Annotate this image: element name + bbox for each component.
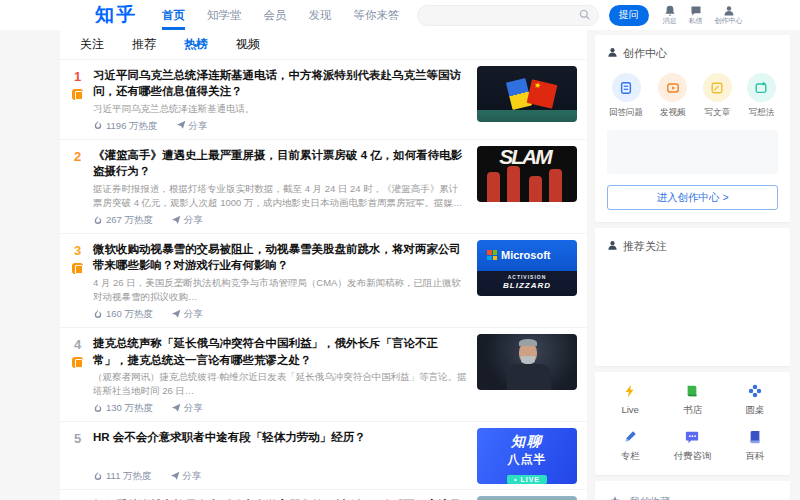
private-message-menu-item[interactable]: 私信 <box>689 5 703 25</box>
quick-link-paid-consult[interactable]: 付费咨询 <box>661 430 723 463</box>
search-icon[interactable] <box>579 6 590 24</box>
ask-question-button[interactable]: 提问 <box>609 5 649 26</box>
tab-hotlist[interactable]: 热榜 <box>170 36 222 53</box>
share-label: 分享 <box>189 120 208 133</box>
item-stats: 1196 万热度 分享 <box>93 116 467 133</box>
search-input[interactable] <box>426 10 579 21</box>
post-video-action[interactable]: 发视频 <box>658 73 687 119</box>
person-icon <box>723 5 735 17</box>
live-title-line1: 知聊 <box>477 433 577 451</box>
quick-links-grid: Live 书店 圆桌 <box>599 384 786 463</box>
item-thumbnail-mountains[interactable] <box>477 496 577 500</box>
item-body: 微软收购动视暴雪的交易被阻止，动视暴雪美股盘前跳水，将对两家公司带来哪些影响？对… <box>91 240 477 322</box>
item-body: 《灌篮高手》遭遇史上最严重屏摄，目前累计票房破 4 亿，如何看待电影盗摄行为？ … <box>91 146 477 228</box>
person-plus-icon <box>607 240 618 253</box>
nav-item-zhixuetang[interactable]: 知学堂 <box>196 0 253 30</box>
share-action[interactable]: 分享 <box>170 470 202 483</box>
share-action[interactable]: 分享 <box>171 308 203 321</box>
share-action[interactable]: 分享 <box>171 402 203 415</box>
hot-list-item[interactable]: 1 习近平同乌克兰总统泽连斯基通电话，中方将派特别代表赴乌克兰等国访问，还有哪些… <box>60 60 587 140</box>
quick-link-encyclopedia[interactable]: 百科 <box>724 430 786 463</box>
share-icon <box>171 403 181 415</box>
tab-following[interactable]: 关注 <box>66 36 118 53</box>
creator-center-menu-item[interactable]: 创作中心 <box>715 5 743 25</box>
action-label: 写文章 <box>704 107 730 119</box>
player-silhouette <box>507 166 520 202</box>
action-label: 发视频 <box>660 107 686 119</box>
item-thumbnail-slamdunk[interactable]: SLAM <box>477 146 577 202</box>
heat-flame-icon <box>93 403 103 415</box>
nav-item-discover[interactable]: 发现 <box>298 0 343 30</box>
item-stats: 160 万热度 分享 <box>93 304 467 321</box>
item-body: 如何看待淄博文旅局发布《致广大游客朋友的一封信》，称「五一客流量已超出接待能力，… <box>91 496 477 500</box>
recommend-follow-header: 推荐关注 <box>607 239 778 254</box>
chat-square-icon <box>685 430 699 446</box>
lightning-icon <box>623 384 637 400</box>
item-thumbnail-microsoft[interactable]: Microsoft ACTIVISION BLIZZARD <box>477 240 577 296</box>
recommend-follow-card: 推荐关注 <box>595 228 790 366</box>
feed-tabbar: 关注 推荐 热榜 视频 <box>60 30 587 60</box>
microsoft-logo-row: Microsoft <box>487 249 551 261</box>
answer-question-action[interactable]: 回答问题 <box>609 73 643 119</box>
rank-column: 5 <box>64 428 91 484</box>
question-title[interactable]: 习近平同乌克兰总统泽连斯基通电话，中方将派特别代表赴乌克兰等国访问，还有哪些信息… <box>93 67 467 100</box>
microsoft-wordmark: Microsoft <box>501 249 551 261</box>
hot-list-item[interactable]: 5 HR 会不会介意求职者中途有段「轻体力劳动」经历？ 111 万热度 分享 <box>60 422 587 490</box>
nav-item-answer[interactable]: 等你来答 <box>343 0 411 30</box>
hot-list-item[interactable]: 4 捷克总统声称「延长俄乌冲突符合中国利益」，俄外长斥「言论不正常」，捷克总统这… <box>60 328 587 422</box>
creator-center-label: 创作中心 <box>715 17 743 25</box>
share-label: 分享 <box>184 308 203 321</box>
heat-value: 160 万热度 <box>106 308 153 321</box>
microsoft-logo-icon <box>487 250 497 260</box>
share-icon <box>171 309 181 321</box>
live-title-line2: 八点半 <box>477 451 577 468</box>
share-icon <box>171 215 181 227</box>
rank-column: 1 <box>64 66 91 134</box>
question-title[interactable]: 捷克总统声称「延长俄乌冲突符合中国利益」，俄外长斥「言论不正常」，捷克总统这一言… <box>93 335 467 368</box>
quick-link-live[interactable]: Live <box>599 384 661 417</box>
write-article-action[interactable]: 写文章 <box>703 73 732 119</box>
my-favorites-link[interactable]: 我的收藏 <box>609 490 776 500</box>
video-icon <box>658 73 687 102</box>
messages-menu-item[interactable]: 消息 <box>663 5 677 25</box>
item-thumbnail-president[interactable] <box>477 334 577 390</box>
question-excerpt: （观察者网讯）捷克总统彼得·帕维尔近日发表「延长俄乌冲突符合中国利益」等言论。据… <box>93 370 467 399</box>
item-stats: 130 万热度 分享 <box>93 398 467 415</box>
creator-center-header: 创作中心 <box>607 46 778 61</box>
search-box[interactable] <box>417 5 599 26</box>
hot-list: 1 习近平同乌克兰总统泽连斯基通电话，中方将派特别代表赴乌克兰等国访问，还有哪些… <box>60 60 587 500</box>
share-action[interactable]: 分享 <box>171 214 203 227</box>
enter-creator-center-button[interactable]: 进入创作中心 > <box>607 185 778 210</box>
item-thumbnail-flags[interactable]: ★ <box>477 66 577 122</box>
nav-item-home[interactable]: 首页 <box>151 0 196 30</box>
note-plus-icon <box>747 73 776 102</box>
feed-main-column: 关注 推荐 热榜 视频 1 习近平同乌克兰总统泽连斯基通电话，中方将派特别代表赴… <box>60 30 587 500</box>
heat-value: 130 万热度 <box>106 402 153 415</box>
rank-number: 2 <box>64 149 91 164</box>
question-title[interactable]: 微软收购动视暴雪的交易被阻止，动视暴雪美股盘前跳水，将对两家公司带来哪些影响？对… <box>93 241 467 274</box>
rank-number: 1 <box>64 69 91 84</box>
creator-center-card: 创作中心 回答问题 发视频 <box>595 35 790 222</box>
question-title[interactable]: HR 会不会介意求职者中途有段「轻体力劳动」经历？ <box>93 429 467 445</box>
rank-number: 5 <box>64 431 91 446</box>
heat-flame-icon <box>93 215 103 227</box>
tab-recommended[interactable]: 推荐 <box>118 36 170 53</box>
nav-item-member[interactable]: 会员 <box>253 0 298 30</box>
heat-stat: 160 万热度 <box>93 308 153 321</box>
tab-video[interactable]: 视频 <box>222 36 274 53</box>
chat-bubble-icon <box>690 5 702 17</box>
share-action[interactable]: 分享 <box>176 120 208 133</box>
quick-link-column[interactable]: 专栏 <box>599 430 661 463</box>
question-title[interactable]: 《灌篮高手》遭遇史上最严重屏摄，目前累计票房破 4 亿，如何看待电影盗摄行为？ <box>93 147 467 180</box>
zhihu-logo[interactable]: 知乎 <box>95 0 137 30</box>
write-idea-action[interactable]: 写想法 <box>747 73 776 119</box>
item-thumbnail-live[interactable]: 知聊 八点半 • LIVE <box>477 428 577 484</box>
quick-link-roundtable[interactable]: 圆桌 <box>724 384 786 417</box>
quick-link-label: 付费咨询 <box>673 450 711 463</box>
quick-link-bookstore[interactable]: 书店 <box>661 384 723 417</box>
hot-list-item[interactable]: 6 如何看待淄博文旅局发布《致广大游客朋友的一封信》，称「五一客流量已超出接待能… <box>60 490 587 500</box>
private-message-label: 私信 <box>689 17 703 25</box>
hot-list-item[interactable]: 3 微软收购动视暴雪的交易被阻止，动视暴雪美股盘前跳水，将对两家公司带来哪些影响… <box>60 234 587 328</box>
share-label: 分享 <box>184 402 203 415</box>
hot-list-item[interactable]: 2 《灌篮高手》遭遇史上最严重屏摄，目前累计票房破 4 亿，如何看待电影盗摄行为… <box>60 140 587 234</box>
